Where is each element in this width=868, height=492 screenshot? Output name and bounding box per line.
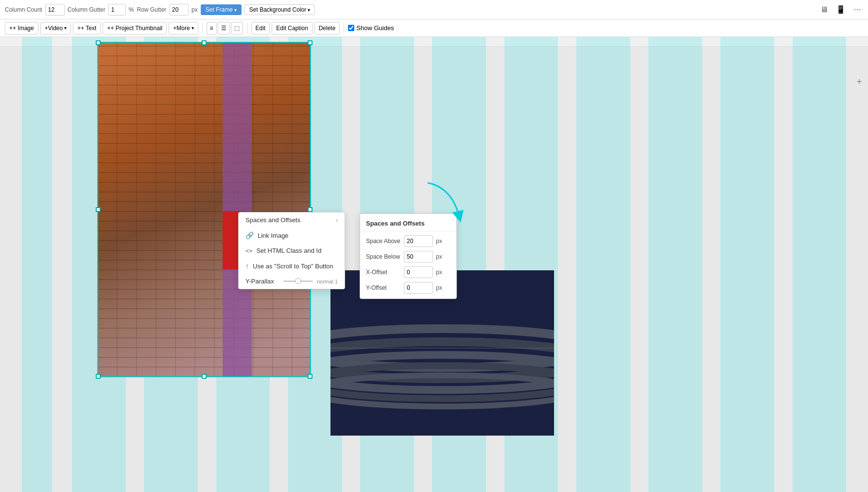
set-frame-caret bbox=[234, 6, 237, 13]
space-above-row: Space Above px bbox=[360, 233, 456, 249]
html-icon: <> bbox=[245, 247, 252, 254]
guide-col-10 bbox=[720, 37, 774, 492]
add-thumbnail-button[interactable]: + + Project Thumbnail bbox=[103, 22, 167, 35]
align-right-button[interactable]: ⬚ bbox=[231, 22, 243, 35]
column-gutter-label: Column Gutter bbox=[68, 6, 105, 13]
toolbar-right: 🖥 📱 ⋯ bbox=[818, 3, 863, 16]
context-menu: Spaces and Offsets › 🔗 Link Image <> Set… bbox=[238, 212, 345, 289]
y-offset-row: Y-Offset px bbox=[360, 280, 456, 296]
canvas-area: Spaces and Offsets › 🔗 Link Image <> Set… bbox=[0, 37, 868, 492]
y-parallax-row: Y-Parallax normal 1 bbox=[239, 274, 345, 289]
handle-top-center[interactable] bbox=[202, 40, 207, 45]
y-parallax-label: Y-Parallax bbox=[245, 278, 279, 285]
align-icon-group: ≡ ☰ ⬚ bbox=[207, 22, 243, 35]
handle-mid-left[interactable] bbox=[96, 207, 101, 212]
row-gutter-input[interactable] bbox=[169, 4, 189, 16]
align-center-button[interactable]: ☰ bbox=[218, 22, 230, 35]
column-count-input[interactable] bbox=[45, 4, 65, 16]
divider-2 bbox=[247, 23, 247, 34]
scroll-icon: ↑ bbox=[245, 262, 249, 270]
add-more-button[interactable]: + More ▾ bbox=[169, 22, 198, 35]
link-icon: 🔗 bbox=[245, 231, 254, 239]
show-guides-wrapper: Show Guides bbox=[348, 24, 394, 32]
y-offset-unit: px bbox=[436, 284, 442, 291]
context-menu-item-spaces[interactable]: Spaces and Offsets › bbox=[239, 212, 345, 228]
plus-icon-thumb: + bbox=[107, 25, 110, 32]
space-above-input[interactable] bbox=[404, 235, 433, 247]
spaces-offsets-panel: Spaces and Offsets Space Above px Space … bbox=[360, 213, 457, 299]
column-count-label: Column Count bbox=[5, 6, 42, 13]
x-offset-row: X-Offset px bbox=[360, 264, 456, 280]
divider-1 bbox=[202, 23, 203, 34]
toolbar-top: Column Count Column Gutter % Row Gutter … bbox=[0, 0, 868, 19]
show-guides-label: Show Guides bbox=[356, 24, 394, 32]
y-parallax-track[interactable] bbox=[283, 281, 313, 282]
space-below-unit: px bbox=[436, 253, 442, 260]
space-below-input[interactable] bbox=[404, 251, 433, 263]
guide-col-8 bbox=[576, 37, 630, 492]
show-guides-checkbox[interactable] bbox=[348, 25, 354, 31]
brick-overlay bbox=[98, 43, 310, 376]
context-menu-item-link[interactable]: 🔗 Link Image bbox=[239, 228, 345, 243]
image-block-selected[interactable] bbox=[97, 42, 311, 377]
space-above-label: Space Above bbox=[366, 238, 401, 245]
column-gutter-unit: % bbox=[129, 6, 134, 13]
plus-icon: + bbox=[9, 25, 13, 32]
spaces-panel-title: Spaces and Offsets bbox=[360, 217, 456, 231]
column-gutter-input[interactable] bbox=[108, 4, 126, 16]
set-html-label: Set HTML Class and Id bbox=[256, 247, 321, 254]
context-menu-item-html[interactable]: <> Set HTML Class and Id bbox=[239, 243, 345, 258]
link-image-label: Link Image bbox=[258, 232, 289, 239]
image-block-inner bbox=[98, 43, 310, 376]
toolbar-second: + + Image + Video ▾ + + Text + + Project… bbox=[0, 19, 868, 37]
add-image-button[interactable]: + + Image bbox=[5, 22, 38, 35]
row-gutter-label: Row Gutter bbox=[137, 6, 166, 13]
set-background-caret bbox=[308, 6, 310, 13]
scroll-top-label: Use as "Scroll to Top" Button bbox=[253, 263, 333, 270]
y-parallax-thumb[interactable] bbox=[295, 278, 301, 284]
guide-col-11 bbox=[793, 37, 847, 492]
y-offset-input[interactable] bbox=[404, 282, 433, 294]
purple-stripe bbox=[223, 43, 252, 376]
set-frame-button[interactable]: Set Frame bbox=[201, 4, 242, 15]
align-left-button[interactable]: ≡ bbox=[207, 22, 217, 35]
handle-bot-right[interactable] bbox=[308, 374, 312, 379]
delete-button[interactable]: Delete bbox=[314, 22, 340, 35]
space-below-row: Space Below px bbox=[360, 249, 456, 264]
handle-top-right[interactable] bbox=[308, 40, 312, 45]
plus-icon-text: + bbox=[77, 25, 81, 32]
y-offset-label: Y-Offset bbox=[366, 284, 401, 291]
add-right-button[interactable]: + bbox=[853, 76, 865, 88]
set-background-button[interactable]: Set Background Color bbox=[244, 4, 315, 15]
add-text-button[interactable]: + + Text bbox=[73, 22, 101, 35]
add-video-button[interactable]: + Video ▾ bbox=[40, 22, 71, 35]
guide-col-0 bbox=[22, 37, 52, 492]
submenu-arrow: › bbox=[336, 216, 338, 224]
edit-button[interactable]: Edit bbox=[251, 22, 270, 35]
x-offset-label: X-Offset bbox=[366, 269, 401, 276]
space-above-unit: px bbox=[436, 238, 442, 245]
space-below-label: Space Below bbox=[366, 253, 401, 260]
guide-col-9 bbox=[648, 37, 702, 492]
edit-caption-button[interactable]: Edit Caption bbox=[272, 22, 312, 35]
video-caret: ▾ bbox=[64, 25, 67, 31]
monitor-icon-button[interactable]: 🖥 bbox=[818, 3, 830, 16]
x-offset-input[interactable] bbox=[404, 266, 433, 278]
handle-bot-left[interactable] bbox=[96, 374, 101, 379]
plus-icon-video: + bbox=[45, 25, 48, 32]
more-caret: ▾ bbox=[191, 25, 194, 31]
x-offset-unit: px bbox=[436, 269, 442, 276]
row-gutter-unit: px bbox=[191, 6, 198, 13]
y-parallax-value: normal 1 bbox=[317, 279, 338, 284]
divider-3 bbox=[344, 23, 344, 34]
handle-bot-center[interactable] bbox=[202, 374, 207, 379]
spaces-offsets-label: Spaces and Offsets bbox=[245, 216, 300, 224]
plus-icon-more: + bbox=[173, 25, 176, 32]
handle-top-left[interactable] bbox=[96, 40, 101, 45]
more-options-button[interactable]: ⋯ bbox=[851, 3, 863, 16]
handle-mid-right[interactable] bbox=[308, 207, 312, 212]
phone-icon-button[interactable]: 📱 bbox=[834, 3, 848, 16]
context-menu-item-scroll[interactable]: ↑ Use as "Scroll to Top" Button bbox=[239, 258, 345, 274]
